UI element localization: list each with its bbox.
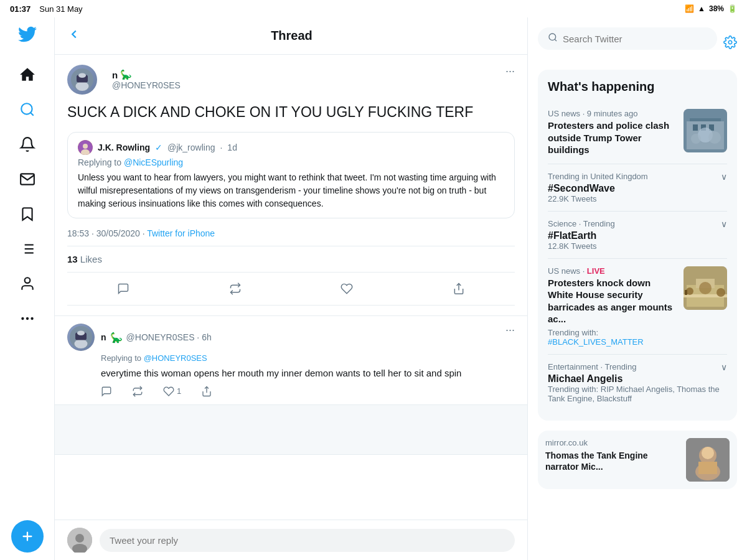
reply-like-count: 1 — [177, 386, 181, 396]
reply-display-name: n — [101, 332, 106, 342]
trending-meta-1: Trending in United Kingdom ∨ — [548, 172, 727, 182]
trending-count-1: 22.9K Tweets — [548, 194, 727, 203]
quoted-avatar — [78, 140, 93, 155]
search-input[interactable] — [563, 34, 707, 44]
quoted-time: · — [220, 142, 222, 152]
likes-label: Likes — [80, 254, 102, 264]
quoted-tweet[interactable]: J.K. Rowling ✓ @jk_rowling · 1d Replying… — [67, 132, 515, 218]
live-badge: LIVE — [587, 266, 605, 276]
back-button[interactable] — [67, 27, 81, 44]
trending-item-2[interactable]: Science · Trending ∨ #FlatEarth 12.8K Tw… — [548, 212, 727, 259]
reply-like-button[interactable]: 1 — [163, 386, 181, 397]
svg-point-53 — [702, 447, 714, 459]
sidebar-item-more[interactable] — [11, 302, 44, 335]
reply-button[interactable] — [112, 278, 134, 300]
trending-item-1[interactable]: Trending in United Kingdom ∨ #SecondWave… — [548, 164, 727, 212]
compose-input[interactable] — [100, 529, 515, 552]
verified-icon: ✓ — [155, 142, 162, 152]
trending-item-3[interactable]: US news · LIVE Protesters knock down Whi… — [548, 259, 727, 355]
sidebar-item-lists[interactable] — [11, 233, 44, 265]
svg-point-18 — [83, 144, 88, 149]
tweet-separator — [55, 405, 527, 455]
thread-column: Thread — [55, 17, 528, 560]
mirror-source: mirror.co.uk — [545, 438, 680, 447]
status-time: 01:37 — [10, 4, 31, 14]
trending-title-4: Michael Angelis — [548, 373, 727, 385]
quoted-timestamp: 1d — [227, 142, 237, 152]
tweet-timestamp: 18:53 · 30/05/2020 · Twitter for iPhone — [67, 228, 515, 246]
svg-line-1 — [31, 113, 34, 116]
reply-share-button[interactable] — [201, 386, 212, 397]
reply-replying-label: Replying to @HONEYR0SES — [101, 353, 515, 363]
trending-hashtag-1: #SecondWave — [548, 183, 727, 194]
chevron-icon-4: ∨ — [721, 362, 727, 372]
news-image-3 — [684, 266, 727, 310]
reply-tweet-header: n 🦕 @HONEYR0SES · 6h ··· — [67, 324, 515, 351]
trending-news-3: US news · LIVE Protesters knock down Whi… — [548, 266, 727, 347]
svg-point-28 — [75, 534, 84, 543]
trending-news-img-3 — [684, 266, 727, 310]
main-tweet: n 🦕 @HONEYR0SES ··· SUCK A DICK AND CHOK… — [55, 55, 527, 316]
mirror-card[interactable]: mirror.co.uk Thomas the Tank Engine narr… — [538, 431, 737, 489]
trending-meta-2: Science · Trending ∨ — [548, 219, 727, 229]
battery-status: 38% — [709, 4, 724, 13]
svg-point-32 — [728, 40, 732, 44]
trending-category-4: Entertainment · Trending — [548, 362, 636, 371]
svg-rect-36 — [693, 124, 698, 131]
trending-meta-3: US news · LIVE — [548, 266, 679, 276]
svg-point-10 — [26, 317, 28, 320]
trending-news-0: US news · 9 minutes ago Protesters and p… — [548, 109, 727, 156]
quoted-text: Unless you want to hear from lawyers, yo… — [78, 171, 504, 210]
reply-name-row: n 🦕 @HONEYR0SES · 6h — [101, 332, 212, 343]
reply-text: everytime this woman opens her mouth my … — [101, 366, 515, 381]
sidebar-item-profile[interactable] — [11, 268, 44, 300]
sidebar-item-notifications[interactable] — [11, 128, 44, 161]
twitter-logo[interactable] — [18, 25, 37, 46]
trending-item-0[interactable]: US news · 9 minutes ago Protesters and p… — [548, 101, 727, 164]
svg-point-14 — [76, 82, 89, 91]
svg-rect-25 — [77, 331, 85, 336]
trending-category-2: Science · Trending — [548, 219, 615, 228]
trending-item-4[interactable]: Entertainment · Trending ∨ Michael Angel… — [548, 355, 727, 411]
sidebar-item-messages[interactable] — [11, 163, 44, 195]
reply-retweet-button[interactable] — [132, 386, 143, 397]
app-container: Thread — [0, 0, 747, 560]
reply-reply-button[interactable] — [101, 386, 112, 397]
battery-icon: 🔋 — [728, 4, 737, 13]
sidebar-item-explore[interactable] — [11, 93, 44, 126]
search-icon — [548, 32, 558, 45]
quoted-username: @jk_rowling — [167, 142, 215, 152]
thread-content: n 🦕 @HONEYR0SES ··· SUCK A DICK AND CHOK… — [55, 55, 527, 520]
like-button[interactable] — [336, 278, 358, 300]
svg-rect-49 — [685, 290, 687, 295]
right-sidebar: What's happening US news · 9 minutes ago… — [528, 17, 747, 560]
signal-icon: ▲ — [698, 4, 705, 13]
reply-user-row: n 🦕 @HONEYR0SES · 6h — [67, 324, 212, 351]
left-sidebar — [0, 17, 55, 560]
retweet-button[interactable] — [224, 278, 247, 300]
search-bar — [538, 27, 717, 50]
quoted-display-name: J.K. Rowling — [98, 142, 150, 152]
quoted-replying-to: @NicESpurling — [124, 157, 183, 167]
svg-rect-54 — [698, 462, 717, 474]
tweet-actions — [67, 273, 515, 306]
whats-happening-title: What's happening — [548, 80, 727, 94]
quoted-replying: Replying to @NicESpurling — [78, 157, 504, 167]
svg-point-48 — [716, 288, 725, 297]
tweet-more-button[interactable]: ··· — [505, 65, 515, 78]
reply-tweet: n 🦕 @HONEYR0SES · 6h ··· Replying to — [55, 316, 527, 405]
tweet-source-link[interactable]: Twitter for iPhone — [147, 228, 215, 238]
sidebar-item-bookmarks[interactable] — [11, 198, 44, 230]
svg-point-23 — [75, 339, 88, 348]
compose-button[interactable] — [11, 520, 44, 553]
whats-happening-card: What's happening US news · 9 minutes ago… — [538, 70, 737, 421]
settings-icon[interactable] — [723, 35, 737, 52]
trending-meta-4: Entertainment · Trending ∨ — [548, 362, 727, 372]
trending-news-text-3: US news · LIVE Protesters knock down Whi… — [548, 266, 679, 347]
sidebar-item-home[interactable] — [11, 58, 44, 91]
reply-more-button[interactable]: ··· — [505, 324, 515, 337]
share-button[interactable] — [448, 278, 470, 300]
tweet-likes: 13 Likes — [67, 246, 515, 273]
svg-point-30 — [549, 34, 556, 40]
svg-point-9 — [21, 317, 24, 320]
